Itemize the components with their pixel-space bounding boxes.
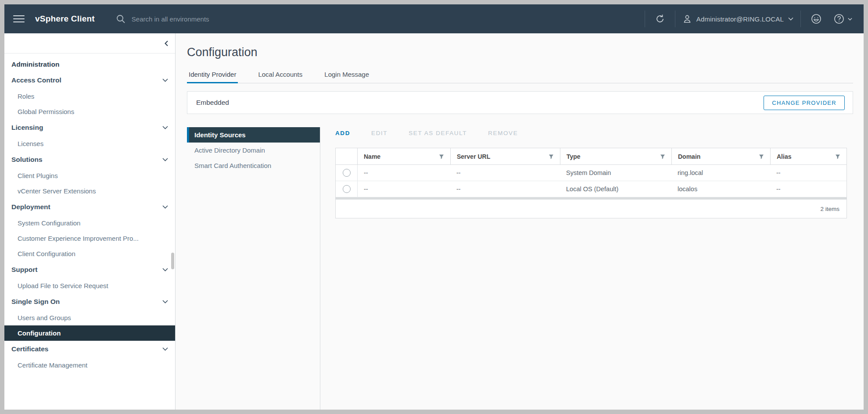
filter-icon[interactable] — [549, 154, 554, 159]
cell-name: -- — [357, 181, 450, 197]
table-row: -- -- Local OS (Default) localos -- — [336, 181, 846, 197]
change-provider-button[interactable]: CHANGE PROVIDER — [764, 96, 845, 110]
refresh-icon[interactable] — [652, 14, 668, 24]
cell-type: Local OS (Default) — [560, 181, 671, 197]
add-button[interactable]: ADD — [335, 130, 350, 136]
sidebar-item-customer-experience-improvement[interactable]: Customer Experience Improvement Pro... — [4, 231, 175, 246]
column-header-server-url: Server URL — [450, 148, 560, 164]
sidebar-item-client-plugins[interactable]: Client Plugins — [4, 168, 175, 183]
table-action-bar: ADD EDIT SET AS DEFAULT REMOVE — [335, 127, 847, 136]
administration-sidebar: Administration Access Control Roles Glob… — [4, 33, 176, 410]
sidebar-item-access-control[interactable]: Access Control — [4, 72, 175, 89]
cell-type: System Domain — [560, 165, 671, 181]
hamburger-menu-icon[interactable] — [13, 15, 25, 22]
column-header-type: Type — [560, 148, 671, 164]
table-header-row: Name Server URL Type — [336, 148, 846, 165]
help-menu[interactable] — [831, 13, 855, 25]
cell-alias: -- — [770, 165, 846, 181]
page-title: Configuration — [187, 46, 853, 59]
filter-icon[interactable] — [660, 154, 665, 159]
items-count: 2 items — [820, 206, 839, 212]
identity-provider-banner: Embedded CHANGE PROVIDER — [187, 91, 853, 114]
sidebar-item-global-permissions[interactable]: Global Permissions — [4, 104, 175, 119]
sidebar-item-system-configuration[interactable]: System Configuration — [4, 215, 175, 231]
column-header-domain: Domain — [671, 148, 770, 164]
collapse-sidebar-icon[interactable] — [164, 40, 169, 46]
sidebar-item-roles[interactable]: Roles — [4, 89, 175, 104]
selection-column-header — [336, 148, 357, 164]
topbar-right-group: Administrator@RING.LOCAL — [638, 4, 855, 33]
sidebar-item-support[interactable]: Support — [4, 261, 175, 278]
chevron-down-icon — [162, 300, 168, 303]
set-as-default-button: SET AS DEFAULT — [409, 130, 467, 136]
chevron-down-icon — [848, 18, 852, 21]
sidebar-item-certificates[interactable]: Certificates — [4, 341, 175, 357]
chevron-down-icon — [162, 268, 168, 271]
subnav-item-identity-sources[interactable]: Identity Sources — [187, 127, 320, 143]
vsphere-client-window: vSphere Client Search in all environment… — [0, 0, 868, 414]
configuration-tabs: Identity Provider Local Accounts Login M… — [187, 71, 853, 83]
divider — [645, 11, 645, 27]
filter-icon[interactable] — [759, 154, 764, 159]
remove-button: REMOVE — [488, 130, 518, 136]
row-radio-button[interactable] — [343, 169, 351, 177]
sidebar-item-configuration[interactable]: Configuration — [4, 325, 175, 341]
sidebar-item-client-configuration[interactable]: Client Configuration — [4, 246, 175, 261]
main-content: Configuration Identity Provider Local Ac… — [176, 33, 864, 410]
chevron-down-icon — [162, 347, 168, 351]
sidebar-item-solutions[interactable]: Solutions — [4, 151, 175, 168]
global-search[interactable]: Search in all environments — [116, 14, 209, 24]
row-radio-button[interactable] — [343, 185, 351, 193]
chevron-down-icon — [162, 79, 168, 82]
sidebar-item-licenses[interactable]: Licenses — [4, 136, 175, 151]
chevron-down-icon — [162, 126, 168, 129]
subnav-item-smart-card-authentication[interactable]: Smart Card Authentication — [187, 158, 320, 173]
cell-server-url: -- — [450, 181, 560, 197]
sidebar-collapse-bar — [4, 33, 175, 54]
cell-server-url: -- — [450, 165, 560, 181]
top-navigation-bar: vSphere Client Search in all environment… — [4, 4, 864, 33]
subnav-item-active-directory-domain[interactable]: Active Directory Domain — [187, 143, 320, 158]
cell-domain: ring.local — [671, 165, 770, 181]
sidebar-item-certificate-management[interactable]: Certificate Management — [4, 357, 175, 373]
divider — [800, 11, 801, 27]
cell-domain: localos — [671, 181, 770, 197]
logged-in-user: Administrator@RING.LOCAL — [696, 15, 784, 23]
filter-icon[interactable] — [835, 154, 840, 159]
sidebar-item-single-sign-on[interactable]: Single Sign On — [4, 293, 175, 310]
feedback-smiley-icon[interactable] — [808, 13, 825, 25]
column-header-alias: Alias — [770, 148, 846, 164]
sidebar-item-deployment[interactable]: Deployment — [4, 199, 175, 215]
tab-login-message[interactable]: Login Message — [323, 71, 370, 83]
search-icon — [116, 14, 126, 24]
identity-provider-subnav: Identity Sources Active Directory Domain… — [187, 127, 320, 410]
tab-local-accounts[interactable]: Local Accounts — [257, 71, 303, 83]
chevron-down-icon — [788, 17, 793, 21]
chevron-down-icon — [162, 158, 168, 161]
identity-sources-table: Name Server URL Type — [335, 148, 847, 218]
user-menu[interactable]: Administrator@RING.LOCAL — [682, 14, 793, 24]
sidebar-item-administration: Administration — [4, 55, 175, 72]
sidebar-item-users-and-groups[interactable]: Users and Groups — [4, 310, 175, 325]
provider-type-label: Embedded — [196, 99, 229, 107]
sidebar-item-licensing[interactable]: Licensing — [4, 119, 175, 136]
help-icon — [833, 13, 845, 25]
user-icon — [682, 14, 692, 24]
tab-identity-provider[interactable]: Identity Provider — [188, 71, 237, 83]
sidebar-scrollbar-thumb[interactable] — [171, 253, 174, 269]
search-placeholder: Search in all environments — [132, 15, 209, 23]
edit-button: EDIT — [371, 130, 387, 136]
sidebar-item-vcenter-server-extensions[interactable]: vCenter Server Extensions — [4, 183, 175, 199]
brand-title: vSphere Client — [35, 14, 95, 24]
column-header-name: Name — [357, 148, 450, 164]
sidebar-nav: Administration Access Control Roles Glob… — [4, 54, 175, 373]
table-row: -- -- System Domain ring.local -- — [336, 165, 846, 181]
divider — [675, 11, 675, 27]
chevron-down-icon — [162, 205, 168, 209]
sidebar-item-upload-file-to-service-request[interactable]: Upload File to Service Request — [4, 278, 175, 293]
table-footer: 2 items — [336, 200, 846, 218]
cell-alias: -- — [770, 181, 846, 197]
identity-sources-pane: ADD EDIT SET AS DEFAULT REMOVE Name — [320, 127, 853, 410]
filter-icon[interactable] — [439, 154, 444, 159]
cell-name: -- — [357, 165, 450, 181]
